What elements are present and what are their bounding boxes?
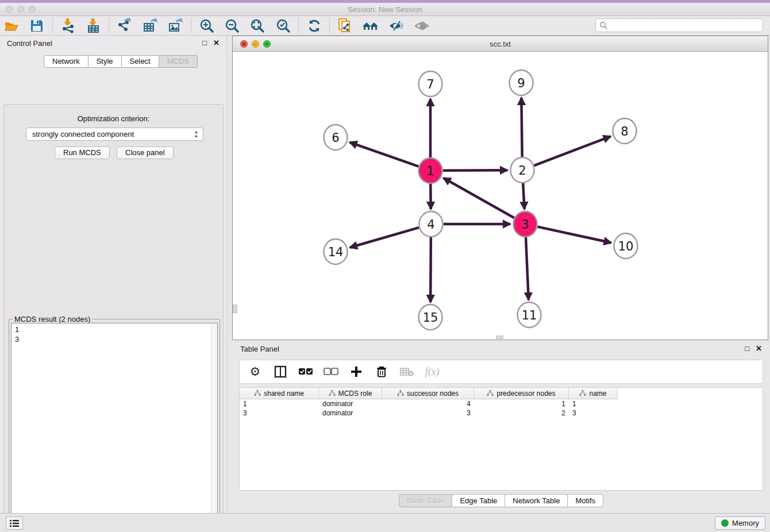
graph-node-1[interactable]: 1 bbox=[419, 158, 442, 183]
table-row[interactable]: 1dominator411 bbox=[240, 399, 763, 408]
edge-1-6[interactable] bbox=[350, 142, 419, 167]
column-header-successor_nodes[interactable]: successor nodes bbox=[382, 388, 474, 399]
float-panel-icon[interactable]: □ bbox=[202, 38, 207, 47]
zoom-in-icon bbox=[199, 18, 214, 33]
tab-mcds[interactable]: MCDS bbox=[159, 55, 198, 68]
node-label: 9 bbox=[517, 76, 525, 90]
import-network-button[interactable] bbox=[56, 16, 79, 35]
control-panel: Control Panel □ ✕ NetworkStyleSelectMCDS… bbox=[0, 36, 227, 513]
node-label: 14 bbox=[328, 245, 344, 259]
edge-3-10[interactable] bbox=[537, 227, 611, 243]
save-session-button[interactable] bbox=[25, 16, 48, 35]
settings-gear-icon[interactable]: ⚙ bbox=[247, 363, 264, 380]
zoom-fit-icon bbox=[250, 18, 265, 33]
column-header-mcds_role[interactable]: MCDS role bbox=[319, 388, 382, 399]
import-network-icon bbox=[60, 18, 76, 33]
horizontal-scrollbar-thumb[interactable] bbox=[496, 336, 503, 339]
table-panel-title: Table Panel bbox=[240, 345, 279, 353]
network-canvas[interactable]: 7968124314101511 bbox=[233, 52, 768, 340]
edge-1-2[interactable] bbox=[443, 170, 507, 171]
column-label: MCDS role bbox=[338, 390, 372, 398]
graph-node-3[interactable]: 3 bbox=[514, 211, 537, 237]
graph-node-6[interactable]: 6 bbox=[324, 125, 348, 150]
table-row[interactable]: 3dominator323 bbox=[240, 408, 763, 418]
application-window: Session: New Session bbox=[0, 0, 770, 532]
result-scrollbar[interactable] bbox=[211, 323, 217, 532]
main-titlebar[interactable]: Session: New Session bbox=[0, 3, 770, 16]
tab-select[interactable]: Select bbox=[122, 55, 159, 68]
column-layout-icon[interactable] bbox=[272, 363, 289, 380]
column-label: shared name bbox=[264, 390, 304, 398]
cell-shared_name: 1 bbox=[240, 399, 319, 408]
node-label: 8 bbox=[621, 125, 628, 138]
graph-node-9[interactable]: 9 bbox=[510, 70, 533, 95]
add-row-icon[interactable] bbox=[348, 363, 365, 380]
tab-network[interactable]: Network bbox=[44, 55, 88, 68]
column-header-shared_name[interactable]: shared name bbox=[240, 388, 319, 399]
hide-graphics-details-button[interactable] bbox=[385, 16, 408, 35]
zoom-fit-button[interactable] bbox=[246, 16, 269, 35]
mcds-result-textarea[interactable]: 1 3 bbox=[11, 323, 218, 532]
close-panel-icon[interactable]: ✕ bbox=[213, 38, 220, 47]
select-all-rows-icon[interactable] bbox=[297, 363, 314, 380]
export-table-button[interactable] bbox=[138, 16, 161, 35]
graph-node-11[interactable]: 11 bbox=[518, 302, 541, 327]
graph-node-4[interactable]: 4 bbox=[419, 211, 443, 237]
home-neighborhood-button[interactable] bbox=[359, 16, 382, 35]
vertical-scrollbar-thumb[interactable] bbox=[233, 304, 237, 313]
node-label: 15 bbox=[423, 311, 438, 325]
node-label: 10 bbox=[618, 240, 634, 253]
graph-node-14[interactable]: 14 bbox=[324, 239, 348, 264]
node-table[interactable]: shared nameMCDS rolesuccessor nodesprede… bbox=[239, 387, 763, 491]
run-mcds-button[interactable]: Run MCDS bbox=[55, 147, 110, 159]
delete-row-icon[interactable] bbox=[373, 363, 390, 380]
close-panel-icon[interactable]: ✕ bbox=[756, 344, 762, 353]
edge-2-8[interactable] bbox=[534, 136, 611, 165]
zoom-selected-button[interactable] bbox=[272, 16, 295, 35]
tab-motifs[interactable]: Motifs bbox=[568, 494, 603, 507]
graph-node-10[interactable]: 10 bbox=[614, 233, 638, 259]
edge-3-1[interactable] bbox=[444, 178, 514, 218]
search-input[interactable] bbox=[595, 18, 763, 32]
memory-button[interactable]: Memory bbox=[715, 516, 765, 530]
column-header-predecessor_nodes[interactable]: predecessor nodes bbox=[474, 388, 569, 399]
export-network-button[interactable] bbox=[113, 16, 136, 35]
open-file-button[interactable] bbox=[0, 16, 23, 35]
task-history-button[interactable] bbox=[6, 516, 23, 530]
edge-2-3[interactable] bbox=[523, 183, 524, 209]
network-window-titlebar[interactable]: ✕ − + scc.txt bbox=[233, 36, 768, 52]
column-header-name[interactable]: name bbox=[569, 388, 618, 399]
zoom-out-button[interactable] bbox=[221, 16, 244, 35]
network-graph[interactable]: 7968124314101511 bbox=[233, 52, 768, 340]
edge-4-15[interactable] bbox=[430, 237, 431, 302]
float-panel-icon[interactable]: □ bbox=[745, 344, 749, 353]
graph-node-7[interactable]: 7 bbox=[419, 71, 442, 97]
graph-node-15[interactable]: 15 bbox=[419, 304, 442, 330]
refresh-layout-button[interactable] bbox=[303, 16, 326, 35]
toolbar-separator bbox=[298, 18, 299, 33]
import-table-button[interactable] bbox=[82, 16, 105, 35]
optimization-criterion-label: Optimization criterion: bbox=[4, 114, 223, 123]
edge-2-9[interactable] bbox=[521, 98, 522, 157]
graph-node-8[interactable]: 8 bbox=[613, 118, 637, 144]
column-hierarchy-icon bbox=[397, 390, 404, 396]
tab-network-table[interactable]: Network Table bbox=[505, 494, 568, 507]
deselect-all-rows-icon[interactable] bbox=[322, 363, 340, 380]
graph-node-2[interactable]: 2 bbox=[511, 157, 534, 183]
tab-style[interactable]: Style bbox=[88, 55, 122, 68]
open-folder-icon bbox=[4, 18, 19, 33]
toolbar-separator bbox=[191, 18, 191, 33]
tab-node-table[interactable]: Node Table bbox=[399, 494, 453, 507]
zoom-in-button[interactable] bbox=[195, 16, 218, 35]
close-panel-button[interactable]: Close panel bbox=[117, 147, 174, 159]
refresh-icon bbox=[307, 18, 322, 33]
show-preview-button[interactable] bbox=[410, 16, 433, 35]
network-view-window: ✕ − + scc.txt 7968124314101511 bbox=[232, 36, 768, 340]
export-image-button[interactable] bbox=[164, 16, 187, 35]
node-label: 2 bbox=[518, 164, 526, 178]
tab-edge-table[interactable]: Edge Table bbox=[452, 494, 505, 507]
edge-4-14[interactable] bbox=[350, 228, 419, 248]
optimization-criterion-dropdown[interactable]: strongly connected component ▲▼ bbox=[26, 128, 203, 141]
edge-3-11[interactable] bbox=[526, 237, 529, 300]
clone-network-button[interactable] bbox=[334, 16, 357, 35]
